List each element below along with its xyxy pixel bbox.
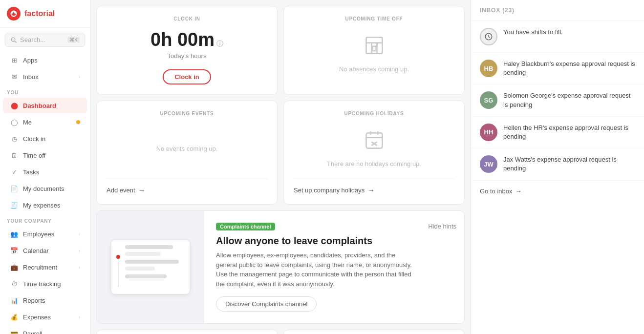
sidebar-item-my-documents-label: My documents (23, 185, 64, 192)
sidebar-item-me-label: Me (23, 119, 32, 126)
go-to-inbox-label: Go to inbox (480, 188, 513, 195)
logo-text: factorial (24, 9, 55, 18)
calendar-chevron-icon: › (79, 248, 80, 253)
middle-card-grid: UPCOMING EVENTS No events coming up. Add… (90, 101, 471, 210)
sidebar-item-payroll[interactable]: 💳 Payroll (3, 326, 87, 334)
svg-line-1 (15, 41, 16, 43)
add-event-link[interactable]: Add event → (107, 179, 267, 194)
search-placeholder: Search... (20, 36, 45, 43)
payroll-icon: 💳 (10, 329, 19, 334)
inbox-solomon-text: Solomon George's expense approval reques… (503, 91, 635, 109)
inbox-chevron-icon: › (79, 74, 80, 80)
expenses-icon: 💰 (10, 313, 19, 321)
sidebar-item-reports-label: Reports (23, 297, 45, 304)
hint-description: Allow employees, ex-employees, candidate… (216, 250, 416, 289)
search-icon (10, 37, 17, 43)
sidebar-item-my-documents[interactable]: 📄 My documents (3, 181, 87, 196)
calendar-x-icon (364, 129, 385, 155)
time-tracking-icon: ⏱ (10, 279, 19, 288)
sidebar-item-time-tracking-label: Time tracking (23, 280, 61, 288)
sidebar-item-expenses[interactable]: 💰 Expenses › (3, 309, 87, 325)
holidays-empty-text: There are no holidays coming up. (327, 160, 421, 167)
sidebar-item-time-off[interactable]: 🗓 Time off (3, 147, 87, 163)
sidebar-item-tasks[interactable]: ✓ Tasks (3, 164, 87, 180)
svg-rect-4 (366, 133, 382, 148)
sidebar-item-inbox[interactable]: ✉ Inbox › (3, 69, 87, 84)
inbox-item-hellen[interactable]: HH Hellen the HR's expense approval requ… (471, 117, 644, 148)
sidebar-item-calendar-label: Calendar (23, 247, 49, 254)
sidebar-item-my-expenses[interactable]: 🧾 My expenses (3, 197, 87, 213)
jax-avatar: JW (480, 155, 497, 173)
sidebar-item-reports[interactable]: 📊 Reports (3, 292, 87, 308)
celebration-card: 7 days ago · Celebrations Daniel Carter'… (283, 330, 465, 334)
solomon-avatar: SG (480, 91, 497, 109)
solomon-initials: SG (484, 97, 494, 104)
sidebar-item-apps-label: Apps (23, 57, 38, 64)
inbox-item-solomon[interactable]: SG Solomon George's expense approval req… (471, 84, 644, 116)
svg-rect-3 (372, 46, 376, 51)
hint-dot (116, 255, 120, 259)
sidebar-item-recruitment[interactable]: 💼 Recruitment › (3, 259, 87, 275)
setup-holidays-link[interactable]: Set up company holidays → (294, 179, 454, 194)
sidebar-item-time-tracking[interactable]: ⏱ Time tracking (3, 276, 87, 292)
shifts-avatar (480, 28, 497, 45)
add-event-arrow-icon: → (138, 186, 146, 194)
go-to-inbox-arrow-icon: → (515, 188, 522, 195)
sidebar-item-calendar[interactable]: 📅 Calendar › (3, 243, 87, 258)
clock-today-label: Today's hours (107, 52, 267, 60)
inbox-icon: ✉ (10, 72, 19, 81)
my-documents-icon: 📄 (10, 184, 19, 193)
upcoming-holidays-card: UPCOMING HOLIDAYS There are no holidays … (283, 101, 465, 205)
inbox-item-shifts[interactable]: You have shifts to fill. (471, 21, 644, 53)
employees-chevron-icon: › (79, 231, 80, 237)
setup-holidays-arrow-icon: → (367, 186, 375, 194)
sidebar-item-apps[interactable]: ⊞ Apps (3, 52, 87, 68)
discover-complaints-button[interactable]: Discover Complaints channel (216, 296, 317, 312)
sidebar-item-clock-in[interactable]: ◷ Clock in (3, 131, 87, 146)
hint-image-inner (111, 240, 190, 294)
tasks-icon: ✓ (10, 167, 19, 176)
clock-in-card-title: CLOCK IN (107, 16, 267, 21)
hint-card: Complaints channel Allow anyone to leave… (96, 210, 465, 324)
apps-icon: ⊞ (10, 56, 19, 64)
time-off-empty-state: No absences coming up. (294, 29, 454, 78)
clock-time: 0h 00m (150, 29, 215, 50)
logo-icon (7, 7, 21, 21)
sidebar-item-clock-in-label: Clock in (23, 135, 45, 143)
inbox-hellen-text: Hellen the HR's expense approval request… (503, 124, 635, 141)
main-content: CLOCK IN 0h 00m ⓘ Today's hours Clock in… (90, 0, 644, 334)
upcoming-events-title: UPCOMING EVENTS (107, 111, 267, 116)
clock-in-icon: ◷ (10, 134, 19, 143)
upcoming-time-off-card: UPCOMING TIME OFF No absences coming up. (283, 6, 465, 95)
clock-in-button[interactable]: Clock in (163, 69, 211, 84)
content-area: CLOCK IN 0h 00m ⓘ Today's hours Clock in… (90, 0, 471, 334)
me-dot (76, 120, 80, 124)
svg-point-0 (11, 38, 15, 42)
community-card: All communities ∨ (96, 330, 278, 334)
hellen-avatar: HH (480, 124, 497, 141)
hide-hints-button[interactable]: Hide hints (428, 211, 464, 230)
inbox-jax-text: Jax Watts's expense approval request is … (503, 155, 635, 173)
sidebar-item-dashboard[interactable]: ⬤ Dashboard (3, 98, 87, 113)
go-to-inbox-link[interactable]: Go to inbox → (471, 181, 644, 202)
hint-content: Complaints channel Allow anyone to leave… (204, 211, 428, 323)
reports-icon: 📊 (10, 296, 19, 305)
search-bar[interactable]: Search... ⌘K (5, 33, 85, 47)
upcoming-time-off-title: UPCOMING TIME OFF (294, 16, 454, 21)
dashboard-icon: ⬤ (10, 101, 19, 110)
expenses-chevron-icon: › (79, 314, 80, 320)
sidebar-item-employees-label: Employees (23, 230, 54, 238)
sidebar-item-me[interactable]: ◯ Me (3, 114, 87, 130)
sidebar-item-expenses-label: Expenses (23, 313, 51, 321)
inbox-item-jax[interactable]: JW Jax Watts's expense approval request … (471, 148, 644, 180)
events-empty-text: No events coming up. (156, 145, 218, 152)
sidebar-item-employees[interactable]: 👥 Employees › (3, 226, 87, 242)
inbox-item-haley[interactable]: HB Haley Blackburn's expense approval re… (471, 53, 644, 84)
sidebar-item-inbox-label: Inbox (23, 73, 39, 81)
building-icon (364, 35, 385, 61)
holidays-empty-state: There are no holidays coming up. (294, 124, 454, 173)
inbox-header: INBOX (23) (471, 0, 644, 21)
inbox-panel: INBOX (23) You have shifts to fill. HB H… (471, 0, 644, 334)
hellen-initials: HH (484, 128, 494, 136)
sidebar-item-tasks-label: Tasks (23, 168, 39, 176)
